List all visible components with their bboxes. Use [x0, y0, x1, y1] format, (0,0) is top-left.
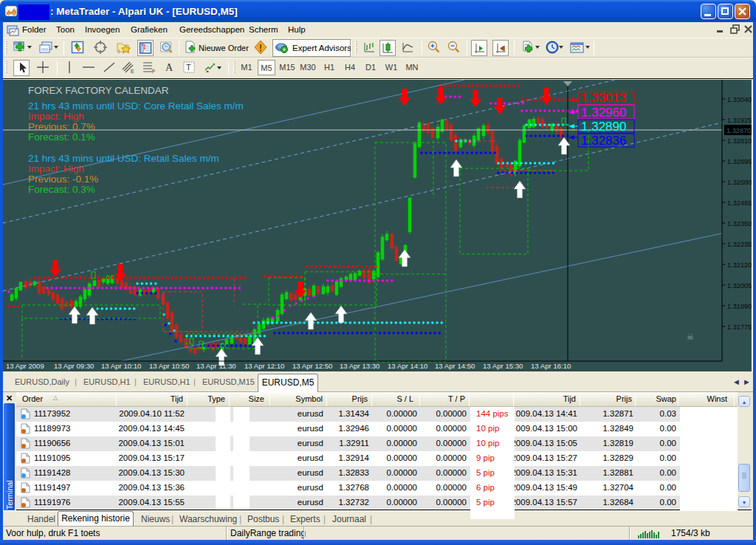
svg-text:13 Apr 10:50: 13 Apr 10:50	[149, 362, 189, 370]
svg-text:A: A	[165, 62, 173, 73]
svg-text:Forecast: 0.3%: Forecast: 0.3%	[28, 184, 95, 195]
svg-text:1.32810: 1.32810	[727, 137, 752, 145]
svg-text:1.33013: 1.33013	[581, 91, 626, 105]
svg-text:1.32925: 1.32925	[727, 117, 752, 124]
svg-text:13 Apr 16:10: 13 Apr 16:10	[531, 362, 571, 370]
svg-text:1.32005: 1.32005	[727, 282, 752, 289]
svg-text:☠: ☠	[687, 332, 694, 341]
svg-text:1.32235: 1.32235	[727, 241, 752, 248]
svg-text:Impact: High: Impact: High	[28, 111, 84, 122]
svg-text:21 hrs 43 mins until USD: Reta: 21 hrs 43 mins until USD: Retail Sales m…	[28, 153, 219, 164]
svg-text:1.32890: 1.32890	[581, 120, 626, 134]
svg-text:Previous: 0.7%: Previous: 0.7%	[28, 121, 95, 132]
svg-text:13 Apr 14:50: 13 Apr 14:50	[435, 362, 475, 370]
svg-text:Previous: -0.1%: Previous: -0.1%	[28, 174, 98, 185]
svg-text:E: E	[131, 69, 134, 74]
svg-text:1.33040: 1.33040	[727, 96, 752, 103]
svg-text:13 Apr 14:10: 13 Apr 14:10	[388, 362, 427, 370]
svg-text:1.32350: 1.32350	[727, 220, 752, 227]
svg-text:FOREX FACTORY CALENDAR: FOREX FACTORY CALENDAR	[28, 85, 169, 96]
svg-text:13 Apr 2009: 13 Apr 2009	[6, 362, 44, 370]
svg-text:Forecast: 0.1%: Forecast: 0.1%	[28, 131, 95, 143]
svg-text:1.32836: 1.32836	[581, 134, 626, 148]
svg-text:1.32870: 1.32870	[726, 127, 751, 134]
svg-text:Impact: High: Impact: High	[28, 163, 84, 174]
svg-text:21 hrs 43 mins until USD: Core: 21 hrs 43 mins until USD: Core Retail Sa…	[28, 100, 244, 112]
svg-text:13 Apr 11:30: 13 Apr 11:30	[196, 362, 236, 370]
svg-text:1.32960: 1.32960	[581, 106, 626, 120]
svg-text:13 Apr 12:50: 13 Apr 12:50	[292, 362, 332, 370]
svg-text:1.31890: 1.31890	[727, 303, 752, 310]
svg-text:1.32695: 1.32695	[727, 158, 752, 165]
svg-text:1.32580: 1.32580	[727, 179, 752, 186]
svg-text:13 Apr 13:30: 13 Apr 13:30	[340, 362, 379, 370]
svg-text:F: F	[152, 69, 155, 74]
svg-text:13 Apr 12:10: 13 Apr 12:10	[244, 362, 284, 370]
svg-text:13 Apr 10:10: 13 Apr 10:10	[101, 362, 141, 370]
svg-text:13 Apr 09:30: 13 Apr 09:30	[54, 362, 94, 370]
svg-text:1.32465: 1.32465	[727, 199, 752, 207]
svg-text:1.32120: 1.32120	[727, 261, 752, 269]
svg-text:T: T	[186, 63, 191, 72]
svg-text:13 Apr 15:30: 13 Apr 15:30	[483, 362, 523, 370]
svg-text:1.31775: 1.31775	[727, 323, 752, 331]
